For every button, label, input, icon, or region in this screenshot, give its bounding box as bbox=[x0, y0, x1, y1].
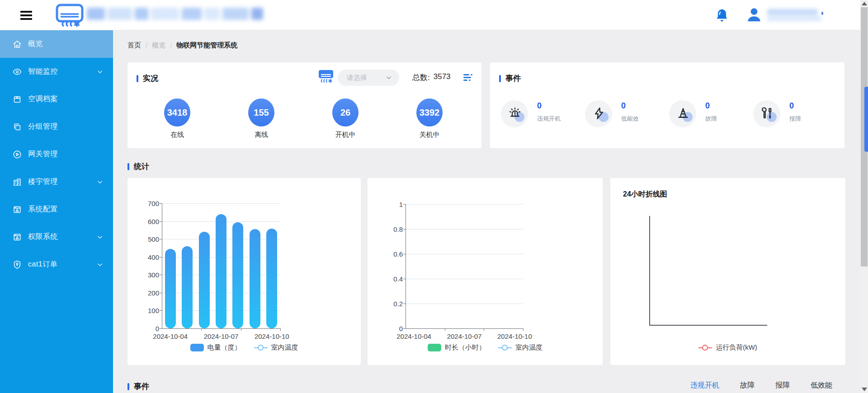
sidebar-item-label: 楼宇管理 bbox=[28, 177, 58, 187]
event-item-报障[interactable]: 0 报障 bbox=[742, 100, 826, 132]
sidebar-item-8[interactable]: 权限系统 bbox=[0, 223, 113, 251]
events-summary-card: 事件 0 违规开机 0 低能效 bbox=[490, 62, 844, 148]
legend-line-circle-marker bbox=[498, 344, 512, 351]
notification-bell-icon[interactable] bbox=[714, 8, 730, 26]
x-axis-label: 2024-10-10 bbox=[497, 332, 532, 340]
event-item-低能效[interactable]: 0 低能效 bbox=[574, 100, 658, 132]
top-header bbox=[0, 0, 868, 30]
x-axis-label: 2024-10-10 bbox=[255, 332, 289, 340]
shield-key-icon bbox=[12, 260, 22, 270]
archive-icon bbox=[12, 94, 22, 104]
24h-line-chart: 24小时折线图 运行负荷(kW) bbox=[610, 178, 845, 365]
title-accent-bar bbox=[499, 75, 501, 82]
sidebar-item-label: 权限系统 bbox=[28, 232, 58, 242]
x-axis-label: 2024-10-04 bbox=[153, 332, 188, 340]
event-label: 故障 bbox=[705, 115, 717, 123]
events-card-title: 事件 bbox=[505, 73, 521, 84]
sidebar-item-1[interactable]: 概览 bbox=[0, 30, 113, 58]
copy-icon bbox=[12, 122, 22, 132]
legend-swatch bbox=[190, 344, 204, 351]
legend-label: 电量（度） bbox=[208, 343, 241, 352]
device-select[interactable]: 请选择 bbox=[338, 70, 399, 86]
window-alert-icon bbox=[12, 205, 22, 215]
sidebar-item-9[interactable]: cat1订单 bbox=[0, 251, 113, 278]
total-label: 总数: bbox=[412, 72, 430, 83]
event-count: 0 bbox=[705, 101, 710, 111]
line-chart-title: 24小时折线图 bbox=[623, 190, 667, 199]
list-filter-icon[interactable] bbox=[463, 73, 473, 84]
building-icon bbox=[12, 177, 22, 187]
live-stat-关机中: 3392 关机中 bbox=[387, 98, 472, 139]
title-accent-bar bbox=[127, 163, 129, 170]
event-tab-违规开机[interactable]: 违规开机 bbox=[690, 381, 719, 390]
event-count: 0 bbox=[789, 101, 794, 111]
bar-2024-10-04 bbox=[165, 249, 176, 328]
legend-label: 室内温度 bbox=[515, 343, 542, 352]
energy-bar-chart: 01002003004005006007002024-10-042024-10-… bbox=[127, 178, 361, 365]
blurred-app-title bbox=[87, 8, 263, 20]
x-axis-label: 2024-10-07 bbox=[204, 332, 239, 340]
event-tab-报障[interactable]: 报障 bbox=[775, 381, 790, 390]
live-stat-在线: 3418 在线 bbox=[135, 98, 219, 139]
sidebar-item-label: cat1订单 bbox=[28, 260, 57, 269]
sidebar-item-label: 分组管理 bbox=[28, 122, 58, 131]
chart-legend[interactable]: 电量（度）室内温度 bbox=[127, 343, 361, 352]
event-icon-circle bbox=[501, 100, 528, 127]
sidebar-item-label: 空调档案 bbox=[28, 94, 58, 104]
sidebar-nav: 概览智能监控空调档案分组管理网关管理楼宇管理系统配置权限系统cat1订单 bbox=[0, 30, 113, 393]
breadcrumb-overview[interactable]: 概览 bbox=[152, 41, 165, 50]
duration-chart: 00.20.40.60.812024-10-042024-10-072024-1… bbox=[368, 178, 603, 365]
user-avatar-icon[interactable] bbox=[745, 6, 763, 26]
event-icon-circle bbox=[585, 100, 612, 127]
event-tab-低效能[interactable]: 低效能 bbox=[811, 381, 832, 390]
event-icon-circle bbox=[669, 100, 696, 127]
iot-energy-dashboard: 概览智能监控空调档案分组管理网关管理楼宇管理系统配置权限系统cat1订单 首页 … bbox=[0, 0, 868, 393]
home-icon bbox=[12, 39, 22, 49]
eye-icon bbox=[12, 67, 22, 77]
legend-line-circle-marker bbox=[254, 344, 268, 351]
chart-legend[interactable]: 时长（小时）室内温度 bbox=[368, 343, 603, 352]
sidebar-item-4[interactable]: 分组管理 bbox=[0, 113, 113, 140]
total-value: 3573 bbox=[434, 72, 451, 83]
title-accent-bar bbox=[127, 383, 129, 390]
stats-section-title: 统计 bbox=[134, 161, 149, 172]
sidebar-item-label: 系统配置 bbox=[28, 205, 58, 214]
air-conditioner-logo-icon bbox=[56, 2, 84, 30]
sidebar-item-5[interactable]: 网关管理 bbox=[0, 140, 113, 168]
legend-line-circle-marker bbox=[698, 344, 712, 351]
sidebar-item-label: 网关管理 bbox=[28, 150, 58, 159]
page-scrollbar[interactable] bbox=[860, 0, 868, 393]
stat-label: 在线 bbox=[135, 131, 219, 139]
stat-bubble: 3392 bbox=[416, 98, 443, 126]
chevron-down-icon bbox=[386, 75, 392, 81]
sidebar-item-2[interactable]: 智能监控 bbox=[0, 58, 113, 85]
breadcrumb-home[interactable]: 首页 bbox=[127, 41, 141, 50]
event-tab-故障[interactable]: 故障 bbox=[740, 381, 755, 390]
bar-2024-10-10 bbox=[266, 229, 277, 328]
event-item-故障[interactable]: 0 故障 bbox=[658, 100, 742, 132]
blurred-username-mark bbox=[821, 12, 823, 15]
breadcrumb-current-page: 物联网节能管理系统 bbox=[176, 41, 237, 50]
live-stat-开机中: 26 开机中 bbox=[303, 98, 387, 139]
stat-bubble: 155 bbox=[248, 98, 274, 126]
scrollbar-up-arrow-icon[interactable] bbox=[862, 2, 867, 5]
event-item-违规开机[interactable]: 0 违规开机 bbox=[490, 100, 574, 132]
sidebar-item-6[interactable]: 楼宇管理 bbox=[0, 168, 113, 196]
chevron-down-icon bbox=[97, 69, 103, 75]
air-conditioner-icon bbox=[318, 69, 334, 86]
event-label: 违规开机 bbox=[537, 115, 561, 123]
event-count: 0 bbox=[537, 101, 542, 111]
legend-swatch bbox=[428, 344, 441, 351]
bar-2024-10-05 bbox=[182, 246, 193, 328]
live-status-card: 实况 请选择 bbox=[127, 62, 481, 148]
hamburger-menu-icon[interactable] bbox=[20, 11, 32, 20]
breadcrumb-separator: / bbox=[146, 42, 147, 49]
scrollbar-down-arrow-icon[interactable] bbox=[862, 388, 867, 391]
right-edge-drawer-handle[interactable] bbox=[864, 87, 868, 152]
sidebar-item-7[interactable]: 系统配置 bbox=[0, 196, 113, 223]
chart-legend[interactable]: 运行负荷(kW) bbox=[610, 343, 845, 352]
sidebar-item-3[interactable]: 空调档案 bbox=[0, 85, 113, 113]
play-circle-icon bbox=[12, 150, 22, 159]
stat-bubble: 3418 bbox=[164, 98, 190, 126]
stat-label: 关机中 bbox=[387, 131, 472, 139]
